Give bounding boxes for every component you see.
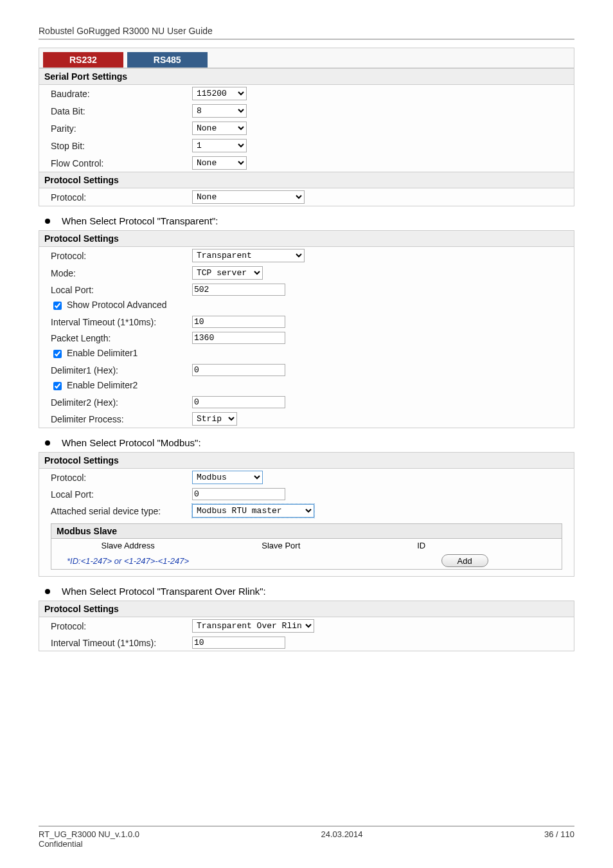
- col-slave-address: Slave Address: [51, 539, 204, 552]
- stopbit-label: Stop Bit:: [51, 141, 192, 151]
- tab-rs232[interactable]: RS232: [43, 52, 123, 68]
- footer-date: 24.03.2014: [139, 829, 544, 849]
- protocol-label-none: Protocol:: [51, 192, 192, 203]
- parity-select[interactable]: None: [192, 122, 247, 135]
- attached-select[interactable]: Modbus RTU master: [192, 504, 314, 518]
- add-button[interactable]: Add: [441, 554, 488, 567]
- packetlen-input[interactable]: [192, 332, 285, 344]
- delimproc-label: Delimiter Process:: [51, 414, 192, 424]
- bullet-transparent: When Select Protocol "Transparent":: [45, 215, 574, 226]
- localport-label-modbus: Local Port:: [51, 489, 192, 500]
- protocol-select-transparent[interactable]: Transparent: [192, 249, 305, 262]
- footer-confidential: Confidential: [39, 839, 83, 849]
- delimproc-select[interactable]: Strip: [192, 412, 237, 426]
- interval-label-transparent: Interval Timeout (1*10ms):: [51, 317, 192, 327]
- enable-delim2-checkbox[interactable]: [53, 382, 62, 390]
- footer-page: 36 / 110: [544, 829, 574, 849]
- databit-select[interactable]: 8: [192, 104, 247, 118]
- bullet-icon: [45, 440, 50, 446]
- delim2-label: Delimiter2 (Hex):: [51, 397, 192, 408]
- protocol-label-transparent: Protocol:: [51, 251, 192, 261]
- baudrate-select[interactable]: 115200: [192, 87, 247, 100]
- modbus-slave-header: Modbus Slave: [51, 524, 562, 539]
- table-hint-row: *ID:<1-247> or <1-247>-<1-247> Add: [51, 552, 562, 569]
- show-advanced-label: Show Protocol Advanced: [67, 300, 167, 310]
- mode-select[interactable]: TCP server: [192, 266, 263, 280]
- localport-input-transparent[interactable]: [192, 284, 285, 296]
- mode-label: Mode:: [51, 268, 192, 278]
- interval-input-rlink[interactable]: [192, 637, 285, 649]
- modbus-slave-box: Modbus Slave Slave Address Slave Port ID…: [51, 523, 562, 570]
- col-id: ID: [357, 539, 485, 552]
- protocol-label-modbus: Protocol:: [51, 473, 192, 483]
- page-header: Robustel GoRugged R3000 NU User Guide: [39, 26, 574, 40]
- baudrate-label: Baudrate:: [51, 89, 192, 99]
- delim1-label: Delimiter1 (Hex):: [51, 365, 192, 375]
- col-slave-port: Slave Port: [204, 539, 357, 552]
- modbus-slave-table: Slave Address Slave Port ID *ID:<1-247> …: [51, 539, 562, 569]
- footer-doc-id: RT_UG_R3000 NU_v.1.0.0: [39, 829, 139, 839]
- protocol-header-rlink: Protocol Settings: [39, 601, 574, 617]
- bullet-icon: [45, 589, 50, 594]
- protocol-select-rlink[interactable]: Transparent Over Rlink: [192, 619, 314, 633]
- rlink-panel: Protocol Settings Protocol: Transparent …: [39, 601, 574, 651]
- tab-rs485[interactable]: RS485: [127, 52, 208, 68]
- protocol-header-transparent: Protocol Settings: [39, 231, 574, 247]
- bullet-rlink: When Select Protocol "Transparent Over R…: [45, 586, 574, 597]
- page-footer: RT_UG_R3000 NU_v.1.0.0 Confidential 24.0…: [39, 826, 574, 849]
- bullet-icon: [45, 219, 50, 224]
- transparent-panel: Protocol Settings Protocol: Transparent …: [39, 230, 574, 428]
- delim1-input[interactable]: [192, 364, 285, 376]
- bullet-modbus-text: When Select Protocol "Modbus":: [62, 437, 201, 448]
- enable-delim2-label: Enable Delimiter2: [67, 380, 138, 390]
- packetlen-label: Packet Length:: [51, 333, 192, 343]
- serial-protocol-panel: RS232 RS485 Serial Port Settings Baudrat…: [39, 48, 574, 206]
- bullet-modbus: When Select Protocol "Modbus":: [45, 437, 574, 448]
- localport-input-modbus[interactable]: [192, 488, 285, 500]
- flowcontrol-label: Flow Control:: [51, 158, 192, 168]
- delim2-input[interactable]: [192, 396, 285, 408]
- serial-port-header: Serial Port Settings: [39, 68, 574, 85]
- tab-bar: RS232 RS485: [39, 48, 574, 68]
- bullet-transparent-text: When Select Protocol "Transparent":: [62, 215, 218, 226]
- bullet-rlink-text: When Select Protocol "Transparent Over R…: [62, 586, 266, 597]
- protocol-select-modbus[interactable]: Modbus: [192, 471, 263, 484]
- protocol-select-none[interactable]: None: [192, 190, 305, 204]
- interval-input-transparent[interactable]: [192, 316, 285, 328]
- parity-label: Parity:: [51, 123, 192, 134]
- attached-label: Attached serial device type:: [51, 506, 192, 516]
- localport-label-transparent: Local Port:: [51, 285, 192, 295]
- protocol-header-none: Protocol Settings: [39, 172, 574, 188]
- interval-label-rlink: Interval Timeout (1*10ms):: [51, 638, 192, 648]
- id-hint: *ID:<1-247> or <1-247>-<1-247>: [51, 552, 357, 569]
- enable-delim1-checkbox[interactable]: [53, 350, 62, 358]
- enable-delim1-label: Enable Delimiter1: [67, 348, 138, 358]
- table-header-row: Slave Address Slave Port ID: [51, 539, 562, 552]
- protocol-header-modbus: Protocol Settings: [39, 453, 574, 469]
- flowcontrol-select[interactable]: None: [192, 156, 247, 170]
- modbus-panel: Protocol Settings Protocol: Modbus Local…: [39, 452, 574, 577]
- protocol-label-rlink: Protocol:: [51, 621, 192, 631]
- databit-label: Data Bit:: [51, 106, 192, 116]
- stopbit-select[interactable]: 1: [192, 139, 247, 152]
- show-advanced-checkbox[interactable]: [53, 302, 62, 310]
